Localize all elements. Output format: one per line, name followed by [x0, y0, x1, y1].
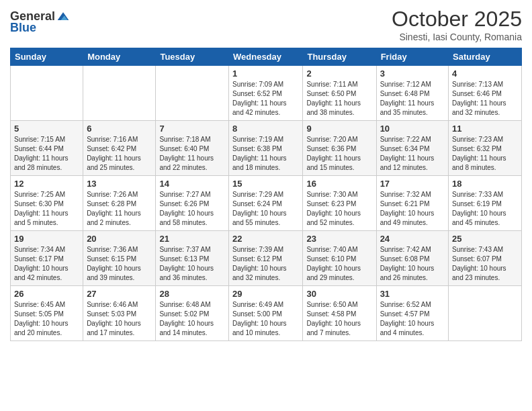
day-number: 31: [380, 289, 445, 299]
day-number: 17: [380, 179, 445, 189]
calendar-week-row: 12Sunrise: 7:25 AM Sunset: 6:30 PM Dayli…: [11, 176, 522, 231]
day-header-tuesday: Tuesday: [156, 48, 229, 66]
day-number: 11: [452, 124, 518, 134]
calendar-week-row: 19Sunrise: 7:34 AM Sunset: 6:17 PM Dayli…: [11, 231, 522, 286]
day-number: 13: [87, 179, 152, 189]
logo-icon: [56, 10, 70, 24]
day-number: 27: [87, 289, 152, 299]
title-block: October 2025 Sinesti, Iasi County, Roman…: [392, 7, 522, 42]
calendar-cell: [11, 66, 83, 121]
calendar-cell: 29Sunrise: 6:49 AM Sunset: 5:00 PM Dayli…: [229, 286, 303, 341]
calendar-week-row: 1Sunrise: 7:09 AM Sunset: 6:52 PM Daylig…: [11, 66, 522, 121]
day-info: Sunrise: 7:27 AM Sunset: 6:26 PM Dayligh…: [159, 190, 225, 228]
calendar-cell: 16Sunrise: 7:30 AM Sunset: 6:23 PM Dayli…: [303, 176, 376, 231]
calendar-cell: 8Sunrise: 7:19 AM Sunset: 6:38 PM Daylig…: [229, 121, 303, 176]
day-info: Sunrise: 7:40 AM Sunset: 6:10 PM Dayligh…: [306, 245, 372, 283]
day-info: Sunrise: 7:13 AM Sunset: 6:46 PM Dayligh…: [452, 80, 518, 118]
month-title: October 2025: [392, 7, 522, 32]
day-info: Sunrise: 6:45 AM Sunset: 5:05 PM Dayligh…: [14, 300, 79, 338]
calendar-cell: 13Sunrise: 7:26 AM Sunset: 6:28 PM Dayli…: [83, 176, 156, 231]
day-number: 29: [232, 289, 299, 299]
day-info: Sunrise: 7:19 AM Sunset: 6:38 PM Dayligh…: [232, 135, 299, 173]
day-info: Sunrise: 7:20 AM Sunset: 6:36 PM Dayligh…: [306, 135, 372, 173]
calendar-cell: 14Sunrise: 7:27 AM Sunset: 6:26 PM Dayli…: [156, 176, 229, 231]
calendar-cell: 9Sunrise: 7:20 AM Sunset: 6:36 PM Daylig…: [303, 121, 376, 176]
day-number: 22: [232, 234, 299, 244]
day-header-thursday: Thursday: [303, 48, 376, 66]
calendar-cell: 12Sunrise: 7:25 AM Sunset: 6:30 PM Dayli…: [11, 176, 83, 231]
day-number: 8: [232, 124, 299, 134]
day-info: Sunrise: 7:29 AM Sunset: 6:24 PM Dayligh…: [232, 190, 299, 228]
day-number: 21: [159, 234, 225, 244]
calendar-cell: 7Sunrise: 7:18 AM Sunset: 6:40 PM Daylig…: [156, 121, 229, 176]
location-subtitle: Sinesti, Iasi County, Romania: [392, 32, 522, 42]
calendar-cell: 6Sunrise: 7:16 AM Sunset: 6:42 PM Daylig…: [83, 121, 156, 176]
day-number: 30: [306, 289, 372, 299]
calendar-cell: 25Sunrise: 7:43 AM Sunset: 6:07 PM Dayli…: [449, 231, 522, 286]
day-info: Sunrise: 7:16 AM Sunset: 6:42 PM Dayligh…: [87, 135, 152, 173]
calendar-cell: 20Sunrise: 7:36 AM Sunset: 6:15 PM Dayli…: [83, 231, 156, 286]
day-number: 15: [232, 179, 299, 189]
day-number: 24: [380, 234, 445, 244]
day-info: Sunrise: 7:25 AM Sunset: 6:30 PM Dayligh…: [14, 190, 79, 228]
day-number: 16: [306, 179, 372, 189]
calendar-cell: 3Sunrise: 7:12 AM Sunset: 6:48 PM Daylig…: [376, 66, 448, 121]
calendar-cell: 24Sunrise: 7:42 AM Sunset: 6:08 PM Dayli…: [376, 231, 448, 286]
day-header-sunday: Sunday: [11, 48, 83, 66]
day-number: 9: [306, 124, 372, 134]
calendar-cell: [156, 66, 229, 121]
calendar-cell: 30Sunrise: 6:50 AM Sunset: 4:58 PM Dayli…: [303, 286, 376, 341]
day-number: 6: [87, 124, 152, 134]
day-number: 12: [14, 179, 79, 189]
calendar-cell: 21Sunrise: 7:37 AM Sunset: 6:13 PM Dayli…: [156, 231, 229, 286]
day-number: 1: [232, 68, 299, 79]
calendar-cell: 2Sunrise: 7:11 AM Sunset: 6:50 PM Daylig…: [303, 66, 376, 121]
day-number: 19: [14, 234, 79, 244]
calendar-table: SundayMondayTuesdayWednesdayThursdayFrid…: [10, 48, 522, 341]
day-number: 18: [452, 179, 518, 189]
day-header-saturday: Saturday: [449, 48, 522, 66]
day-number: 7: [159, 124, 225, 134]
day-header-wednesday: Wednesday: [229, 48, 303, 66]
day-info: Sunrise: 7:43 AM Sunset: 6:07 PM Dayligh…: [452, 245, 518, 283]
day-number: 14: [159, 179, 225, 189]
day-info: Sunrise: 7:36 AM Sunset: 6:15 PM Dayligh…: [87, 245, 152, 283]
day-number: 25: [452, 234, 518, 244]
calendar-cell: 11Sunrise: 7:23 AM Sunset: 6:32 PM Dayli…: [449, 121, 522, 176]
calendar-cell: 22Sunrise: 7:39 AM Sunset: 6:12 PM Dayli…: [229, 231, 303, 286]
calendar-cell: 4Sunrise: 7:13 AM Sunset: 6:46 PM Daylig…: [449, 66, 522, 121]
calendar-week-row: 5Sunrise: 7:15 AM Sunset: 6:44 PM Daylig…: [11, 121, 522, 176]
calendar-cell: 15Sunrise: 7:29 AM Sunset: 6:24 PM Dayli…: [229, 176, 303, 231]
logo: General Blue: [10, 9, 70, 35]
day-header-monday: Monday: [83, 48, 156, 66]
day-info: Sunrise: 7:33 AM Sunset: 6:19 PM Dayligh…: [452, 190, 518, 228]
day-info: Sunrise: 7:34 AM Sunset: 6:17 PM Dayligh…: [14, 245, 79, 283]
calendar-week-row: 26Sunrise: 6:45 AM Sunset: 5:05 PM Dayli…: [11, 286, 522, 341]
day-info: Sunrise: 7:18 AM Sunset: 6:40 PM Dayligh…: [159, 135, 225, 173]
day-number: 4: [452, 68, 518, 79]
day-info: Sunrise: 6:52 AM Sunset: 4:57 PM Dayligh…: [380, 300, 445, 338]
day-number: 26: [14, 289, 79, 299]
day-info: Sunrise: 7:23 AM Sunset: 6:32 PM Dayligh…: [452, 135, 518, 173]
day-info: Sunrise: 6:50 AM Sunset: 4:58 PM Dayligh…: [306, 300, 372, 338]
day-number: 3: [380, 68, 445, 79]
calendar-cell: 26Sunrise: 6:45 AM Sunset: 5:05 PM Dayli…: [11, 286, 83, 341]
day-info: Sunrise: 7:22 AM Sunset: 6:34 PM Dayligh…: [380, 135, 445, 173]
calendar-cell: [83, 66, 156, 121]
calendar-cell: 27Sunrise: 6:46 AM Sunset: 5:03 PM Dayli…: [83, 286, 156, 341]
calendar-cell: 17Sunrise: 7:32 AM Sunset: 6:21 PM Dayli…: [376, 176, 448, 231]
day-header-friday: Friday: [376, 48, 448, 66]
calendar-cell: 5Sunrise: 7:15 AM Sunset: 6:44 PM Daylig…: [11, 121, 83, 176]
day-number: 5: [14, 124, 79, 134]
day-info: Sunrise: 6:46 AM Sunset: 5:03 PM Dayligh…: [87, 300, 152, 338]
day-info: Sunrise: 6:49 AM Sunset: 5:00 PM Dayligh…: [232, 300, 299, 338]
day-info: Sunrise: 7:32 AM Sunset: 6:21 PM Dayligh…: [380, 190, 445, 228]
day-info: Sunrise: 7:42 AM Sunset: 6:08 PM Dayligh…: [380, 245, 445, 283]
calendar-cell: 10Sunrise: 7:22 AM Sunset: 6:34 PM Dayli…: [376, 121, 448, 176]
logo-blue-text: Blue: [10, 21, 36, 35]
day-number: 2: [306, 68, 372, 79]
day-info: Sunrise: 7:26 AM Sunset: 6:28 PM Dayligh…: [87, 190, 152, 228]
day-number: 20: [87, 234, 152, 244]
page: General Blue October 2025 Sinesti, Iasi …: [0, 0, 532, 411]
day-info: Sunrise: 7:39 AM Sunset: 6:12 PM Dayligh…: [232, 245, 299, 283]
